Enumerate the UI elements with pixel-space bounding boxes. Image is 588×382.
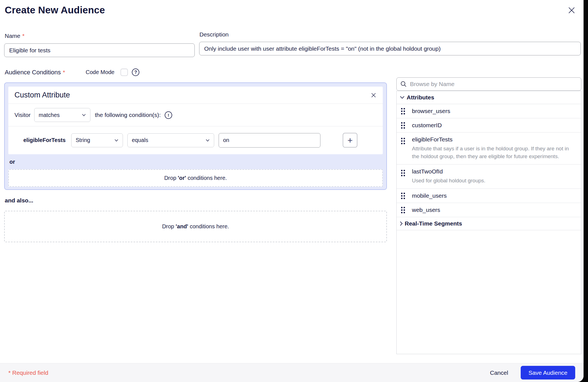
chevron-down-icon — [399, 96, 405, 99]
condition-row: eligibleForTests String equals + — [8, 126, 383, 154]
attribute-description: Attribute that says if a user is in the … — [412, 145, 569, 160]
search-icon — [400, 81, 407, 87]
operator-select[interactable]: equals — [127, 133, 214, 147]
condition-value-input[interactable] — [219, 133, 320, 148]
code-mode-toggle[interactable] — [120, 68, 128, 76]
browse-search-input[interactable] — [410, 81, 577, 87]
chevron-right-icon — [399, 221, 403, 226]
or-dropzone[interactable]: Drop 'or' conditions here. — [8, 169, 383, 187]
chevron-down-icon — [114, 139, 118, 142]
and-dropzone[interactable]: Drop 'and' conditions here. — [4, 211, 387, 242]
drag-handle-icon[interactable] — [401, 170, 405, 176]
name-label: Name* — [5, 33, 24, 39]
real-time-segments-group-header[interactable]: Real-Time Segments — [397, 217, 581, 230]
attribute-item-body: lastTwoOfId Used for global holdout grou… — [412, 168, 485, 185]
drag-handle-icon[interactable] — [401, 138, 405, 144]
required-field-note: * Required field — [8, 369, 48, 376]
audience-conditions-header: Audience Conditions* Code Mode ? — [5, 68, 139, 76]
custom-attribute-title: Custom Attribute — [14, 91, 70, 99]
drag-handle-icon[interactable] — [401, 108, 405, 114]
close-icon — [567, 6, 576, 15]
list-item-last-two-of-id[interactable]: lastTwoOfId Used for global holdout grou… — [397, 165, 581, 189]
match-type-select[interactable]: matches — [34, 108, 90, 122]
or-condition-group: Custom Attribute Visitor matches the fol… — [4, 82, 387, 190]
description-label: Description — [199, 31, 229, 38]
or-label: or — [9, 159, 15, 165]
and-also-label: and also... — [5, 197, 33, 204]
create-audience-dialog: Create New Audience Name* Description Au… — [0, 0, 584, 382]
code-mode-label: Code Mode — [86, 69, 114, 75]
attribute-description: Used for global holdout groups. — [412, 177, 485, 185]
chevron-down-icon — [82, 114, 86, 116]
close-icon — [370, 92, 377, 98]
condition-attribute-label: eligibleForTests — [23, 137, 71, 143]
chevron-down-icon — [206, 139, 210, 142]
list-item-mobile-users[interactable]: mobile_users — [397, 189, 581, 203]
add-condition-button[interactable]: + — [343, 133, 357, 148]
name-input[interactable] — [4, 43, 195, 57]
visitor-label: Visitor — [14, 112, 31, 118]
remove-condition-card-button[interactable] — [370, 92, 377, 98]
audience-conditions-label: Audience Conditions* — [5, 69, 65, 76]
drag-handle-icon[interactable] — [401, 193, 405, 199]
description-input[interactable] — [199, 42, 581, 55]
attributes-group-header[interactable]: Attributes — [397, 91, 581, 104]
help-icon[interactable]: ? — [132, 68, 139, 76]
visitor-match-row: Visitor matches the following condition(… — [8, 104, 383, 126]
browse-search-box — [396, 77, 581, 91]
value-type-select[interactable]: String — [71, 133, 123, 147]
drag-handle-icon[interactable] — [401, 207, 405, 213]
info-icon: ! — [165, 111, 172, 119]
required-asterisk: * — [63, 69, 65, 75]
following-conditions-text: the following condition(s): — [95, 112, 161, 118]
list-item-web-users[interactable]: web_users — [397, 203, 581, 217]
list-item-browser-users[interactable]: browser_users — [397, 104, 581, 118]
list-item-eligible-for-tests[interactable]: eligibleForTests Attribute that says if … — [397, 133, 581, 165]
custom-attribute-card-header: Custom Attribute — [8, 87, 383, 104]
save-audience-button[interactable]: Save Audience — [521, 366, 575, 379]
custom-attribute-card: Custom Attribute Visitor matches the fol… — [8, 87, 383, 154]
dialog-close-button[interactable] — [567, 6, 576, 15]
dialog-footer: * Required field Cancel Save Audience — [0, 363, 584, 382]
required-asterisk: * — [22, 33, 24, 39]
attribute-item-body: eligibleForTests Attribute that says if … — [412, 136, 569, 160]
page-title: Create New Audience — [5, 4, 105, 16]
cancel-button[interactable]: Cancel — [490, 369, 508, 376]
plus-icon: + — [347, 136, 353, 145]
attribute-browser-panel: Attributes browser_users customerID elig… — [396, 91, 581, 354]
list-item-customer-id[interactable]: customerID — [397, 118, 581, 133]
drag-handle-icon[interactable] — [401, 122, 405, 129]
